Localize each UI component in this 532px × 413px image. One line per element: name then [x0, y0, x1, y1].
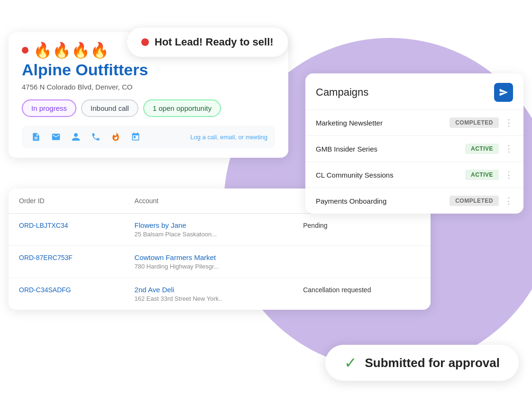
- order-row-3: ORD-C34SADFG 2nd Ave Deli 162 East 33rd …: [9, 278, 431, 310]
- campaigns-title: Campaigns: [316, 86, 368, 99]
- badge-open-opportunity[interactable]: 1 open opportunity: [143, 99, 221, 117]
- scene: Hot Lead! Ready to sell! 🔥🔥🔥🔥 Alpine Out…: [0, 0, 532, 413]
- flame-icons: 🔥🔥🔥🔥: [33, 43, 109, 58]
- badge-inbound-call[interactable]: Inbound call: [81, 99, 138, 117]
- order-row-2: ORD-87ERC753F Cowtown Farmers Market 780…: [9, 246, 431, 278]
- hot-lead-bubble: Hot Lead! Ready to sell!: [127, 27, 288, 57]
- contact-icon[interactable]: [69, 130, 83, 144]
- badge-in-progress[interactable]: In progress: [22, 99, 76, 117]
- campaign-row-2: GMB Insider Series ACTIVE ⋮: [305, 136, 523, 162]
- order-status-1: Pending: [303, 222, 327, 229]
- col-order-id: Order ID: [9, 189, 124, 214]
- order-id-1[interactable]: ORD-LBJTXC34: [19, 222, 68, 229]
- campaign-name-3: CL Community Sessions: [316, 171, 459, 179]
- campaign-name-2: GMB Insider Series: [316, 145, 459, 153]
- company-address: 4756 N Colorado Blvd, Denver, CO: [22, 83, 275, 91]
- order-row-1: ORD-LBJTXC34 Flowers by Jane 25 Balsam P…: [9, 214, 431, 246]
- email-icon[interactable]: [49, 130, 63, 144]
- check-icon: ✓: [344, 355, 357, 370]
- campaign-more-4[interactable]: ⋮: [504, 196, 513, 206]
- status-dot: [22, 47, 28, 54]
- status-badges: In progress Inbound call 1 open opportun…: [22, 99, 275, 117]
- campaign-badge-1: COMPLETED: [449, 117, 499, 128]
- campaign-more-2[interactable]: ⋮: [504, 144, 513, 154]
- campaign-name-1: Marketing Newsletter: [316, 119, 444, 127]
- order-status-3: Cancellation requested: [303, 286, 371, 294]
- approval-bubble: ✓ Submitted for approval: [325, 345, 519, 381]
- calendar-icon[interactable]: [129, 130, 142, 144]
- campaigns-send-button[interactable]: [494, 83, 513, 102]
- phone-icon[interactable]: [89, 130, 102, 144]
- account-name-2: Cowtown Farmers Market: [135, 253, 283, 261]
- campaign-row-1: Marketing Newsletter COMPLETED ⋮: [305, 110, 523, 136]
- order-id-3[interactable]: ORD-C34SADFG: [19, 286, 71, 294]
- campaign-badge-2: ACTIVE: [465, 144, 499, 154]
- campaign-badge-3: ACTIVE: [465, 170, 499, 180]
- account-address-3: 162 East 33rd Street New York..: [135, 295, 283, 302]
- campaign-more-3[interactable]: ⋮: [504, 170, 513, 180]
- company-name: Alpine Outfitters: [22, 61, 275, 79]
- campaigns-header: Campaigns: [305, 73, 523, 110]
- campaign-row-4: Payments Onboarding COMPLETED ⋮: [305, 188, 523, 214]
- account-name-1: Flowers by Jane: [135, 221, 283, 229]
- approval-text: Submitted for approval: [365, 356, 500, 370]
- hot-lead-text: Hot Lead! Ready to sell!: [155, 36, 274, 48]
- file-icon[interactable]: [29, 130, 43, 144]
- col-account: Account: [124, 189, 293, 214]
- campaigns-card: Campaigns Marketing Newsletter COMPLETED…: [305, 73, 523, 214]
- account-address-1: 25 Balsam Place Saskatoon...: [135, 231, 283, 238]
- campaign-name-4: Payments Onboarding: [316, 197, 444, 205]
- action-bar: Log a call, email, or meeting: [22, 126, 275, 148]
- log-activity-link[interactable]: Log a call, email, or meeting: [190, 134, 267, 141]
- campaign-more-1[interactable]: ⋮: [504, 117, 513, 128]
- hot-lead-dot: [141, 38, 149, 46]
- campaign-badge-4: COMPLETED: [449, 196, 499, 206]
- campaign-row-3: CL Community Sessions ACTIVE ⋮: [305, 162, 523, 188]
- account-address-2: 780 Harding Highway Pilesgr...: [135, 263, 283, 270]
- account-name-3: 2nd Ave Deli: [135, 286, 283, 294]
- order-id-2[interactable]: ORD-87ERC753F: [19, 254, 73, 261]
- fire-icon[interactable]: [109, 130, 122, 144]
